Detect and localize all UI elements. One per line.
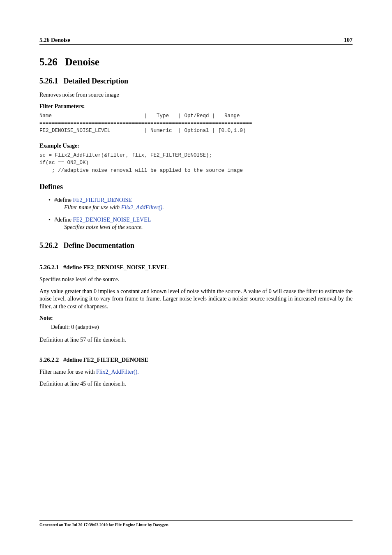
detailed-intro: Removes noise from source image [39,91,353,99]
define-item: • #define FE2_FILTER_DENOISE Filter name… [39,197,353,211]
section-heading: 5.26 Denoise [39,56,353,68]
example-usage-label: Example Usage: [39,143,353,149]
page-header: 5.26 Denoise 107 [39,37,353,44]
define-item: • #define FE2_DENOISE_NOISE_LEVEL Specif… [39,217,353,231]
define-desc: Specifies noise level of the source. [54,224,353,231]
page-footer: Generated on Tue Jul 20 17:39:03 2010 fo… [39,520,353,527]
sub1-p2: Any value greater than 0 implies a const… [39,288,353,311]
define-link-fe2-denoise-noise-level[interactable]: FE2_DENOISE_NOISE_LEVEL [73,217,151,223]
define-documentation-heading: 5.26.2 Define Documentation [39,241,353,250]
filter-parameters-label: Filter Parameters: [39,103,353,110]
define-doc-sub2-heading: 5.26.2.2 #define FE2_FILTER_DENOISE [39,356,353,363]
filter-parameters-table: Name | Type | Opt/Reqd | Range =========… [39,112,353,134]
bullet-icon: • [48,197,51,204]
footer-text: Generated on Tue Jul 20 17:39:03 2010 fo… [39,523,353,527]
note-block: Note: Default: 0 (adaptive) [39,315,353,331]
note-label: Note: [39,315,353,321]
header-rule [39,44,353,45]
sub1-defline: Definition at line 57 of file denoise.h. [39,336,353,344]
define-doc-sub1-heading: 5.26.2.1 #define FE2_DENOISE_NOISE_LEVEL [39,264,353,271]
sub1-p1: Specifies noise level of the source. [39,276,353,284]
define-desc-link-addfilter[interactable]: Flix2_AddFilter() [121,204,162,210]
detailed-description-heading: 5.26.1 Detailed Description [39,77,353,86]
note-body: Default: 0 (adaptive) [39,324,353,331]
page-number: 107 [344,37,353,44]
example-usage-code: sc = Flix2_AddFilter(&filter, flix, FE2_… [39,152,353,174]
bullet-icon: • [48,217,51,223]
sub2-link-addfilter[interactable]: Flix2_AddFilter(). [96,369,139,375]
sub2-p1: Filter name for use with Flix2_AddFilter… [39,368,353,376]
defines-list: • #define FE2_FILTER_DENOISE Filter name… [39,197,353,231]
page: 5.26 Denoise 107 5.26 Denoise 5.26.1 Det… [0,0,392,555]
define-link-fe2-filter-denoise[interactable]: FE2_FILTER_DENOISE [73,197,131,203]
defines-heading: Defines [39,183,353,191]
header-left: 5.26 Denoise [39,37,70,44]
footer-rule [39,520,353,521]
sub2-defline: Definition at line 45 of file denoise.h. [39,380,353,388]
